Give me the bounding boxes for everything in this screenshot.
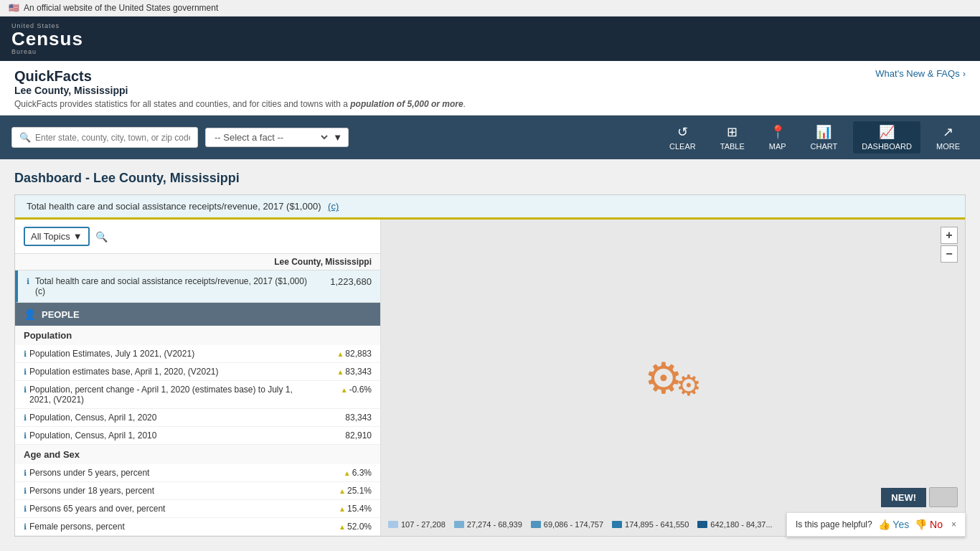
main-content: Dashboard - Lee County, Mississippi Tota… xyxy=(0,159,980,548)
toolbar: 🔍 -- Select a fact -- ▼ ↺ CLEAR ⊞ TABLE … xyxy=(0,116,980,159)
person-icon: 👤 xyxy=(24,309,36,320)
legend-label-5: 642,180 - 84,37... xyxy=(710,520,772,529)
filter-row: All Topics ▼ 🔍 xyxy=(15,220,380,254)
info-icon[interactable]: ℹ xyxy=(24,413,27,423)
selected-fact-row: ℹ Total health care and social assistanc… xyxy=(15,270,380,303)
highlight-fact-text: Total health care and social assistance … xyxy=(27,201,321,212)
subsection-age-sex: Age and Sex xyxy=(15,445,380,464)
table-icon: ⊞ xyxy=(727,124,738,140)
quickfacts-section: QuickFacts Lee County, Mississippi Quick… xyxy=(0,61,980,116)
quickfacts-subtitle: Lee County, Mississippi xyxy=(14,85,466,96)
info-icon[interactable]: ℹ xyxy=(24,367,27,377)
close-icon[interactable]: × xyxy=(951,519,956,529)
info-icon[interactable]: ℹ xyxy=(24,504,27,514)
info-icon[interactable]: ℹ xyxy=(24,431,27,441)
dashboard-title: Dashboard - Lee County, Mississippi xyxy=(14,171,966,186)
chevron-right-icon: › xyxy=(963,68,966,79)
search-icon: 🔍 xyxy=(19,132,31,143)
table-row: ℹ Population, percent change - April 1, … xyxy=(15,381,380,409)
gear-small-icon: ⚙ xyxy=(676,369,702,402)
dashboard-body: All Topics ▼ 🔍 Lee County, Mississippi ℹ… xyxy=(15,220,965,536)
map-panel: ⚙ ⚙ + − NEW! 107 - 27,208 xyxy=(381,220,965,536)
legend-label-2: 27,274 - 68,939 xyxy=(467,520,522,529)
selected-fact-info-icon[interactable]: ℹ xyxy=(27,277,29,286)
legend-label-4: 174,895 - 641,550 xyxy=(625,520,689,529)
clear-button[interactable]: ↺ CLEAR xyxy=(661,121,705,154)
table-row: ℹ Population Estimates, July 1 2021, (V2… xyxy=(15,345,380,363)
table-button[interactable]: ⊞ TABLE xyxy=(712,121,753,154)
legend-item: 174,895 - 641,550 xyxy=(612,520,689,529)
legend-color-5 xyxy=(697,521,707,528)
selected-fact-text: Total health care and social assistance … xyxy=(35,276,308,296)
quickfacts-title: QuickFacts xyxy=(14,68,466,85)
info-icon[interactable]: ℹ xyxy=(24,522,27,532)
logo-bureau: Bureau xyxy=(11,48,37,55)
legend-item: 27,274 - 68,939 xyxy=(454,520,522,529)
selected-fact-value: 1,223,680 xyxy=(314,276,372,287)
table-row: ℹ Persons under 5 years, percent ▲6.3% xyxy=(15,464,380,482)
search-box[interactable]: 🔍 xyxy=(11,127,198,148)
dashboard-button[interactable]: 📈 DASHBOARD xyxy=(853,121,920,154)
legend-item: 642,180 - 84,37... xyxy=(697,520,772,529)
highlight-bar: Total health care and social assistance … xyxy=(15,195,965,220)
census-header: United States Census Bureau xyxy=(0,17,980,61)
logo-census: Census xyxy=(11,29,83,48)
census-logo[interactable]: United States Census Bureau xyxy=(11,22,83,55)
highlight-note-link[interactable]: (c) xyxy=(328,201,339,212)
info-icon[interactable]: ℹ xyxy=(24,385,27,395)
fact-select-wrapper[interactable]: -- Select a fact -- ▼ xyxy=(205,128,349,147)
zoom-in-button[interactable]: + xyxy=(941,227,958,244)
gov-banner-text: An official website of the United States… xyxy=(24,3,218,13)
fact-select[interactable]: -- Select a fact -- xyxy=(212,131,330,143)
helpful-question: Is this page helpful? xyxy=(796,519,872,529)
new-btn-area: NEW! xyxy=(881,487,958,507)
legend-item: 69,086 - 174,757 xyxy=(531,520,603,529)
legend-label-3: 69,086 - 174,757 xyxy=(544,520,603,529)
new-button[interactable]: NEW! xyxy=(881,488,926,507)
map-legend: 107 - 27,208 27,274 - 68,939 69,086 - 17… xyxy=(388,520,773,529)
map-controls: + − xyxy=(941,227,958,263)
info-icon[interactable]: ℹ xyxy=(24,349,27,359)
clear-icon: ↺ xyxy=(677,124,688,140)
table-row: ℹ Female persons, percent ▲52.0% xyxy=(15,518,380,536)
legend-label-1: 107 - 27,208 xyxy=(401,520,446,529)
dashboard-container: Total health care and social assistance … xyxy=(14,194,966,537)
helpful-widget: Is this page helpful? 👍 Yes 👎 No × xyxy=(786,512,966,537)
subsection-population: Population xyxy=(15,326,380,345)
table-row: ℹ Persons under 18 years, percent ▲25.1% xyxy=(15,482,380,500)
info-icon[interactable]: ℹ xyxy=(24,468,27,478)
table-row: ℹ Persons 65 years and over, percent ▲15… xyxy=(15,500,380,518)
quickfacts-desc: QuickFacts provides statistics for all s… xyxy=(14,99,466,109)
chart-icon: 📊 xyxy=(816,124,831,140)
filter-search-icon[interactable]: 🔍 xyxy=(95,231,108,242)
table-row: ℹ Population, Census, April 1, 2010 82,9… xyxy=(15,427,380,445)
table-row: ℹ Population, Census, April 1, 2020 83,3… xyxy=(15,409,380,427)
no-button[interactable]: 👎 No xyxy=(915,519,943,530)
topic-select[interactable]: All Topics ▼ xyxy=(24,227,90,246)
more-icon: ↗ xyxy=(943,124,953,140)
dropdown-icon: ▼ xyxy=(333,132,342,143)
legend-color-1 xyxy=(388,521,398,528)
more-button[interactable]: ↗ MORE xyxy=(928,121,969,154)
legend-item: 107 - 27,208 xyxy=(388,520,446,529)
gov-banner: 🇺🇸 An official website of the United Sta… xyxy=(0,0,980,17)
yes-button[interactable]: 👍 Yes xyxy=(878,519,909,530)
loading-overlay: ⚙ ⚙ xyxy=(644,353,702,403)
zoom-out-button[interactable]: − xyxy=(941,245,958,263)
map-icon: 📍 xyxy=(770,124,786,140)
toggle-button[interactable] xyxy=(929,487,958,507)
chart-button[interactable]: 📊 CHART xyxy=(802,121,847,154)
info-icon[interactable]: ℹ xyxy=(24,486,27,496)
dashboard-icon: 📈 xyxy=(879,124,895,140)
table-row: ℹ Population estimates base, April 1, 20… xyxy=(15,363,380,381)
topic-select-label: All Topics xyxy=(31,231,70,242)
legend-color-3 xyxy=(531,521,541,528)
legend-color-2 xyxy=(454,521,464,528)
whats-new-link[interactable]: What's New & FAQs › xyxy=(875,68,966,79)
map-button[interactable]: 📍 MAP xyxy=(760,121,795,154)
flag-icon: 🇺🇸 xyxy=(9,3,19,13)
search-input[interactable] xyxy=(35,133,190,143)
section-header-people: 👤 PEOPLE xyxy=(15,303,380,326)
section-title-people: PEOPLE xyxy=(42,309,80,320)
left-panel: All Topics ▼ 🔍 Lee County, Mississippi ℹ… xyxy=(15,220,381,536)
